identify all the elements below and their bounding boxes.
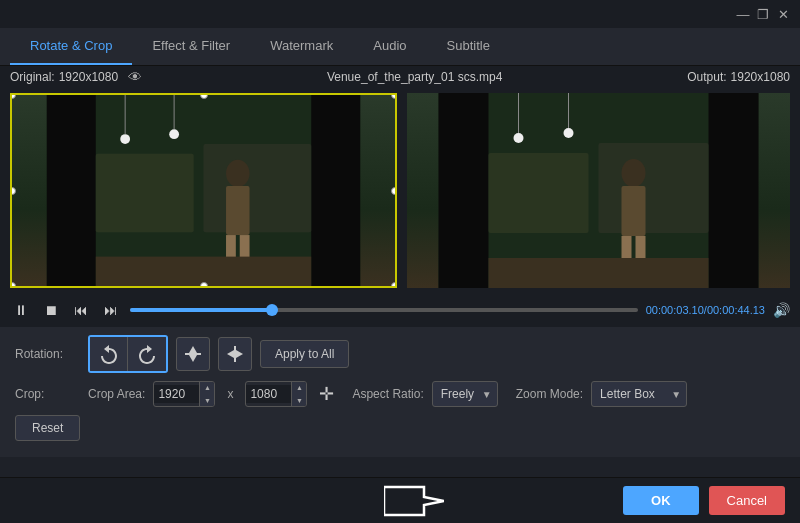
x-divider: x	[223, 387, 237, 401]
progress-bar[interactable]	[130, 308, 638, 312]
video-bg-right	[407, 93, 790, 288]
apply-to-all-button[interactable]: Apply to All	[260, 340, 349, 368]
svg-rect-17	[489, 153, 589, 233]
svg-point-23	[622, 159, 646, 187]
tab-rotate-crop[interactable]: Rotate & Crop	[10, 28, 132, 65]
video-panel-left	[10, 93, 397, 288]
stop-button[interactable]: ⏹	[40, 299, 62, 321]
tab-bar: Rotate & Crop Effect & Filter Watermark …	[0, 28, 800, 66]
svg-rect-18	[599, 143, 709, 233]
svg-rect-10	[226, 186, 250, 235]
reset-button[interactable]: Reset	[15, 415, 80, 441]
output-res: 1920x1080	[731, 70, 790, 84]
crop-height-input[interactable]	[246, 385, 291, 403]
rotation-buttons-group	[88, 335, 168, 373]
total-time: 00:00:44.13	[707, 304, 765, 316]
ok-button[interactable]: OK	[623, 486, 699, 515]
video-bg-left	[12, 95, 395, 286]
flip-vertical-button[interactable]	[218, 337, 252, 371]
crop-width-input[interactable]	[154, 385, 199, 403]
crop-height-spinners: ▲ ▼	[291, 381, 306, 407]
crop-height-up[interactable]: ▲	[292, 381, 306, 394]
svg-marker-30	[189, 355, 197, 362]
eye-icon[interactable]: 👁	[128, 69, 142, 85]
svg-point-9	[226, 160, 250, 187]
svg-point-8	[169, 129, 179, 139]
svg-rect-28	[185, 353, 201, 355]
restore-button[interactable]: ❐	[754, 5, 772, 23]
time-display: 00:00:03.10/00:00:44.13	[646, 304, 765, 316]
video-panel-right	[407, 93, 790, 288]
crop-handle-bm[interactable]	[200, 282, 208, 286]
crop-height-down[interactable]: ▼	[292, 394, 306, 407]
volume-icon[interactable]: 🔊	[773, 302, 790, 318]
next-arrow-icon	[384, 483, 444, 519]
svg-rect-4	[204, 144, 312, 232]
arrow-container	[15, 483, 613, 519]
original-res: 1920x1080	[59, 70, 118, 84]
tab-audio[interactable]: Audio	[353, 28, 426, 65]
output-label: Output:	[687, 70, 726, 84]
minimize-button[interactable]: —	[734, 5, 752, 23]
play-pause-button[interactable]: ⏸	[10, 299, 32, 321]
aspect-ratio-dropdown-wrap: Freely 16:9 4:3 1:1 9:16 ▼	[432, 381, 498, 407]
svg-point-22	[564, 128, 574, 138]
zoom-mode-dropdown-wrap: Letter Box Pan & Scan Full ▼	[591, 381, 687, 407]
crop-area-label: Crop Area:	[88, 387, 145, 401]
crop-height-input-wrap: ▲ ▼	[245, 381, 307, 407]
filename: Venue_of_the_party_01 scs.mp4	[327, 70, 502, 84]
controls-panel: Rotation:	[0, 327, 800, 457]
svg-rect-1	[47, 95, 96, 286]
svg-point-20	[514, 133, 524, 143]
original-label: Original:	[10, 70, 55, 84]
rotate-right-button[interactable]	[128, 337, 166, 371]
prev-button[interactable]: ⏮	[70, 299, 92, 321]
tab-effect-filter[interactable]: Effect & Filter	[132, 28, 250, 65]
svg-marker-34	[384, 487, 444, 515]
aspect-ratio-label: Aspect Ratio:	[352, 387, 423, 401]
move-icon[interactable]: ✛	[319, 383, 334, 405]
tab-subtitle[interactable]: Subtitle	[427, 28, 510, 65]
svg-marker-32	[227, 350, 234, 358]
title-bar: — ❐ ✕	[0, 0, 800, 28]
svg-rect-31	[234, 346, 236, 362]
rotate-left-icon	[99, 344, 119, 364]
next-button[interactable]: ⏭	[100, 299, 122, 321]
svg-rect-24	[622, 186, 646, 236]
progress-thumb	[266, 304, 278, 316]
rotation-row: Rotation:	[15, 335, 785, 373]
zoom-mode-label: Zoom Mode:	[516, 387, 583, 401]
crop-width-input-wrap: ▲ ▼	[153, 381, 215, 407]
rotate-left-button[interactable]	[90, 337, 128, 371]
crop-width-up[interactable]: ▲	[200, 381, 214, 394]
video-info-bar: Original: 1920x1080 👁 Venue_of_the_party…	[0, 66, 800, 88]
crop-label: Crop:	[15, 387, 80, 401]
zoom-mode-select[interactable]: Letter Box Pan & Scan Full	[591, 381, 687, 407]
crop-width-down[interactable]: ▼	[200, 394, 214, 407]
current-time: 00:00:03.10	[646, 304, 704, 316]
svg-point-6	[120, 134, 130, 144]
aspect-ratio-select[interactable]: Freely 16:9 4:3 1:1 9:16	[432, 381, 498, 407]
rotate-right-icon	[137, 344, 157, 364]
svg-marker-33	[236, 350, 243, 358]
cancel-button[interactable]: Cancel	[709, 486, 785, 515]
crop-row: Crop: Crop Area: ▲ ▼ x ▲ ▼ ✛ Aspect Rati…	[15, 381, 785, 407]
close-button[interactable]: ✕	[774, 5, 792, 23]
crop-handle-br[interactable]	[391, 282, 395, 286]
bottom-bar: OK Cancel	[0, 477, 800, 523]
svg-rect-15	[439, 93, 489, 288]
reset-row: Reset	[15, 415, 785, 441]
rotation-label: Rotation:	[15, 347, 80, 361]
video-scene-left	[12, 95, 395, 286]
crop-width-spinners: ▲ ▼	[199, 381, 214, 407]
flip-horizontal-button[interactable]	[176, 337, 210, 371]
tab-watermark[interactable]: Watermark	[250, 28, 353, 65]
svg-rect-27	[489, 258, 709, 288]
svg-rect-16	[709, 93, 759, 288]
progress-fill	[130, 308, 272, 312]
flip-horizontal-icon	[184, 345, 202, 363]
playback-controls: ⏸ ⏹ ⏮ ⏭ 00:00:03.10/00:00:44.13 🔊	[0, 293, 800, 327]
svg-rect-3	[96, 154, 194, 232]
svg-rect-2	[311, 95, 360, 286]
crop-handle-mr[interactable]	[391, 187, 395, 195]
